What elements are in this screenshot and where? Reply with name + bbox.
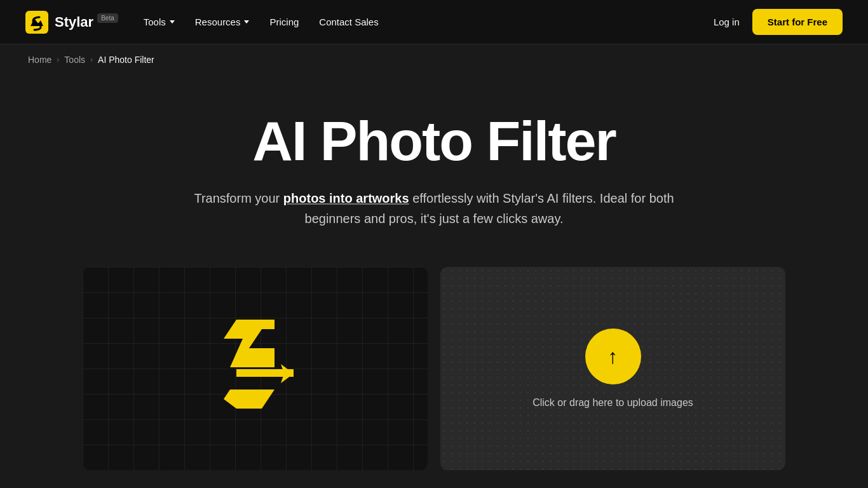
login-link[interactable]: Log in [714, 17, 740, 27]
breadcrumb-home[interactable]: Home [28, 55, 51, 65]
tools-chevron-down-icon [170, 20, 175, 24]
nav-resources[interactable]: Resources [195, 17, 250, 27]
resources-chevron-down-icon [244, 20, 249, 24]
demo-area: ↑ Click or drag here to upload images [0, 267, 868, 470]
demo-preview-panel [83, 267, 428, 470]
breadcrumb-current: AI Photo Filter [98, 55, 154, 65]
beta-badge: Beta [97, 13, 118, 23]
stylar-logo-icon [25, 11, 48, 34]
hero-subtitle-highlight: photos into artworks [283, 191, 409, 205]
nav-links: Tools Resources Pricing Contact Sales [144, 17, 379, 27]
hero-subtitle: Transform your photos into artworks effo… [193, 188, 675, 229]
hero-subtitle-before: Transform your [194, 191, 283, 205]
stylar-s-logo [192, 310, 319, 427]
navbar-right: Log in Start for Free [714, 9, 843, 35]
upload-icon-circle: ↑ [585, 329, 641, 384]
breadcrumb-separator-1: › [57, 55, 59, 64]
start-free-button[interactable]: Start for Free [752, 9, 843, 35]
hero-title: AI Photo Filter [25, 113, 843, 169]
upload-panel[interactable]: ↑ Click or drag here to upload images [440, 267, 785, 470]
upload-arrow-icon: ↑ [608, 346, 618, 367]
breadcrumb: Home › Tools › AI Photo Filter [0, 44, 868, 75]
breadcrumb-tools[interactable]: Tools [64, 55, 85, 65]
nav-tools[interactable]: Tools [144, 17, 175, 27]
svg-rect-5 [236, 369, 294, 377]
svg-marker-2 [224, 320, 275, 367]
upload-prompt-text: Click or drag here to upload images [532, 397, 693, 409]
logo-area[interactable]: Stylar Beta [25, 11, 118, 34]
breadcrumb-separator-2: › [90, 55, 93, 64]
navbar-left: Stylar Beta Tools Resources Pricing Cont… [25, 11, 379, 34]
nav-contact-sales[interactable]: Contact Sales [319, 17, 378, 27]
navbar: Stylar Beta Tools Resources Pricing Cont… [0, 0, 868, 44]
hero-section: AI Photo Filter Transform your photos in… [0, 75, 868, 261]
brand-name: Stylar [55, 14, 93, 30]
nav-pricing[interactable]: Pricing [269, 17, 299, 27]
